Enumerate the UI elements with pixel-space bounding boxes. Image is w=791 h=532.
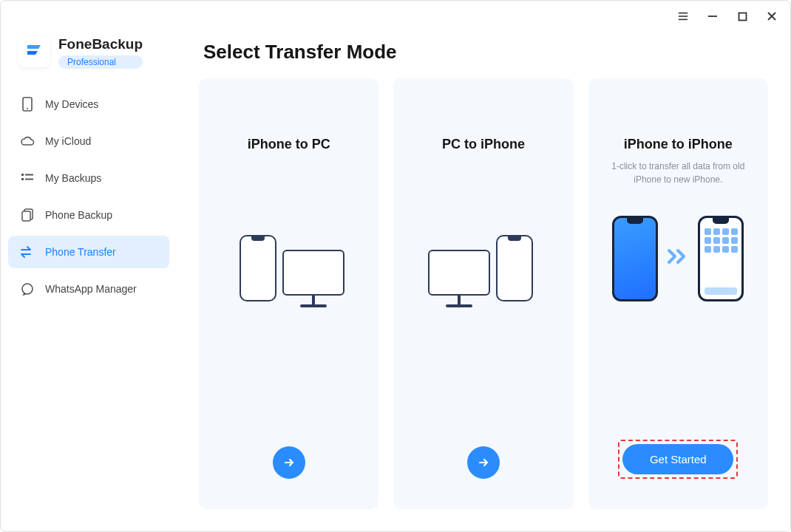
svg-point-8 bbox=[27, 108, 28, 109]
sidebar-item-label: My Devices bbox=[45, 98, 98, 110]
card-title: PC to iPhone bbox=[442, 137, 525, 152]
sidebar-item-label: My Backups bbox=[45, 172, 101, 184]
card-row: iPhone to PC PC to iPhone bbox=[199, 78, 768, 509]
card-action: Get Started bbox=[618, 440, 738, 479]
app-name: FoneBackup bbox=[58, 36, 143, 52]
chevrons-icon bbox=[667, 247, 689, 270]
svg-rect-10 bbox=[25, 174, 33, 176]
cloud-icon bbox=[20, 134, 35, 149]
arrow-button[interactable] bbox=[467, 446, 500, 479]
chat-icon bbox=[20, 282, 35, 296]
phone-icon bbox=[20, 97, 35, 112]
main-content: Select Transfer Mode iPhone to PC bbox=[177, 32, 790, 531]
arrow-button[interactable] bbox=[273, 446, 305, 479]
titlebar bbox=[1, 1, 790, 32]
card-iphone-to-pc[interactable]: iPhone to PC bbox=[199, 78, 378, 509]
sidebar-item-whatsapp-manager[interactable]: WhatsApp Manager bbox=[8, 273, 169, 305]
card-action bbox=[467, 446, 500, 479]
svg-rect-4 bbox=[739, 13, 746, 20]
app-window: FoneBackup Professional My Devices My iC… bbox=[0, 0, 791, 532]
app-logo-icon bbox=[18, 36, 50, 67]
illus-pc-to-iphone bbox=[428, 226, 539, 307]
page-title: Select Transfer Mode bbox=[199, 41, 768, 64]
transfer-icon bbox=[20, 245, 35, 259]
svg-rect-14 bbox=[22, 211, 30, 221]
list-icon bbox=[20, 171, 35, 185]
svg-rect-9 bbox=[21, 174, 24, 176]
card-pc-to-iphone[interactable]: PC to iPhone bbox=[393, 78, 573, 509]
illus-iphone-to-iphone bbox=[612, 216, 744, 301]
card-title: iPhone to iPhone bbox=[624, 137, 733, 152]
sidebar-item-phone-backup[interactable]: Phone Backup bbox=[8, 199, 169, 231]
sidebar-nav: My Devices My iCloud My Backups bbox=[1, 82, 177, 316]
maximize-icon[interactable] bbox=[737, 11, 747, 21]
get-started-button[interactable]: Get Started bbox=[622, 444, 733, 474]
highlight-box: Get Started bbox=[618, 440, 738, 479]
svg-rect-12 bbox=[25, 179, 33, 180]
svg-point-15 bbox=[22, 284, 33, 294]
card-title: iPhone to PC bbox=[248, 137, 330, 152]
menu-icon[interactable] bbox=[678, 11, 688, 21]
minimize-icon[interactable] bbox=[707, 11, 718, 21]
logo-block: FoneBackup Professional bbox=[1, 36, 177, 69]
sidebar-item-label: Phone Transfer bbox=[45, 246, 116, 258]
pro-badge: Professional bbox=[58, 55, 143, 69]
card-desc: 1-click to transfer all data from old iP… bbox=[602, 160, 754, 186]
sidebar-item-label: WhatsApp Manager bbox=[45, 283, 137, 295]
sidebar-item-my-backups[interactable]: My Backups bbox=[8, 162, 169, 194]
illus-iphone-to-pc bbox=[234, 226, 344, 307]
svg-rect-11 bbox=[21, 178, 24, 180]
sidebar-item-my-icloud[interactable]: My iCloud bbox=[8, 125, 169, 157]
sidebar-item-label: My iCloud bbox=[45, 135, 91, 147]
backup-icon bbox=[20, 208, 35, 222]
card-iphone-to-iphone[interactable]: iPhone to iPhone 1-click to transfer all… bbox=[588, 78, 768, 509]
card-action bbox=[273, 446, 305, 479]
sidebar: FoneBackup Professional My Devices My iC… bbox=[1, 32, 177, 531]
close-icon[interactable] bbox=[767, 11, 777, 21]
sidebar-item-my-devices[interactable]: My Devices bbox=[8, 88, 169, 120]
sidebar-item-label: Phone Backup bbox=[45, 209, 112, 221]
sidebar-item-phone-transfer[interactable]: Phone Transfer bbox=[8, 236, 169, 268]
